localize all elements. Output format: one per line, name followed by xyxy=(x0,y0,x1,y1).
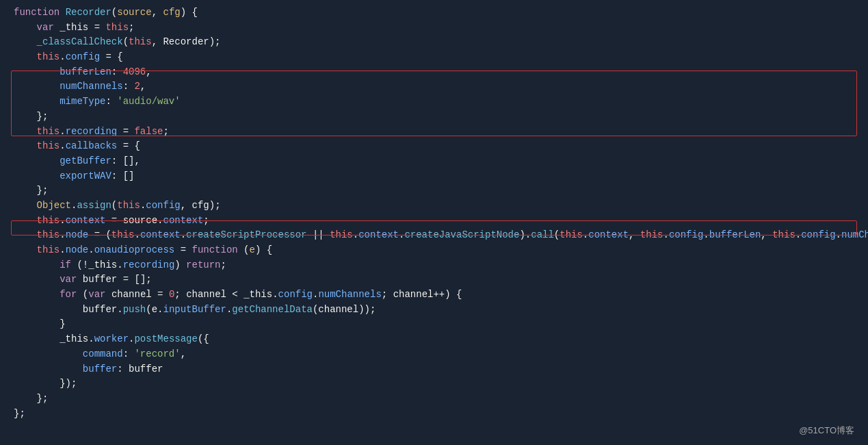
code-line-19: this.node = (this.context.createScriptPr… xyxy=(0,228,868,243)
code-line-22: if (!_this.recording) return; xyxy=(0,258,868,273)
code-line-32: }; xyxy=(0,392,868,407)
code-line-4: _classCallCheck(this, Recorder); xyxy=(0,35,868,50)
code-line-6: this.config = { xyxy=(0,50,868,65)
watermark: @51CTO博客 xyxy=(799,424,854,438)
code-line-15: }; xyxy=(0,183,868,199)
code-line-11: this.recording = false; xyxy=(0,125,868,140)
code-line-2: var _this = this; xyxy=(0,21,868,36)
code-line-28: _this.worker.postMessage({ xyxy=(0,332,868,347)
code-line-12: this.callbacks = { xyxy=(0,139,868,154)
code-line-18: this.context = source.context; xyxy=(0,214,868,229)
code-line-7: bufferLen: 4096, xyxy=(0,65,868,80)
code-line-10: }; xyxy=(0,110,868,125)
code-line-14: exportWAV: [] xyxy=(0,169,868,184)
code-line-24: var buffer = []; xyxy=(0,272,868,288)
code-line-21: this.node.onaudioprocess = function (e) … xyxy=(0,243,868,258)
code-editor: function Recorder(source, cfg) { var _th… xyxy=(0,0,868,427)
code-line-26: buffer.push(e.inputBuffer.getChannelData… xyxy=(0,303,868,318)
code-line-33: }; xyxy=(0,407,868,422)
code-line-17: Object.assign(this.config, cfg); xyxy=(0,199,868,214)
code-line-29: command: 'record', xyxy=(0,347,868,362)
code-line-8: numChannels: 2, xyxy=(0,79,868,94)
code-line-9: mimeType: 'audio/wav' xyxy=(0,94,868,110)
code-line-27: } xyxy=(0,317,868,332)
code-line-30: buffer: buffer xyxy=(0,362,868,377)
code-line-13: getBuffer: [], xyxy=(0,154,868,169)
code-line-1: function Recorder(source, cfg) { xyxy=(0,5,868,21)
code-line-31: }); xyxy=(0,377,868,392)
code-line-25: for (var channel = 0; channel < _this.co… xyxy=(0,288,868,303)
